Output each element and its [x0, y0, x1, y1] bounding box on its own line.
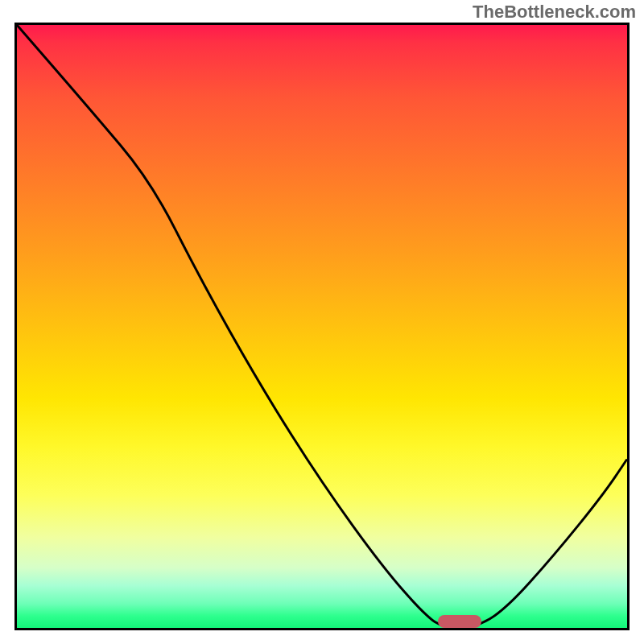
- bottleneck-curve: [17, 25, 627, 628]
- watermark-text: TheBottleneck.com: [473, 2, 636, 23]
- optimal-marker: [438, 615, 481, 628]
- curve-svg: [17, 25, 627, 628]
- plot-area: [14, 23, 630, 630]
